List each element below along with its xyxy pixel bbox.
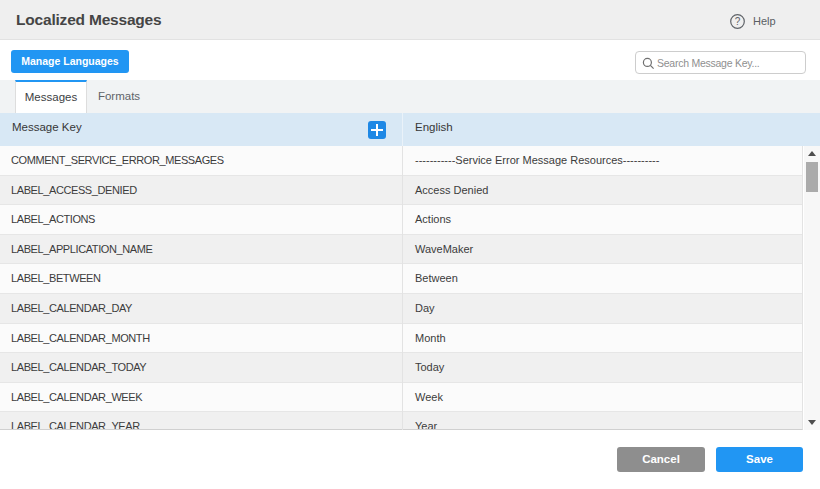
svg-text:?: ? [735,16,741,27]
